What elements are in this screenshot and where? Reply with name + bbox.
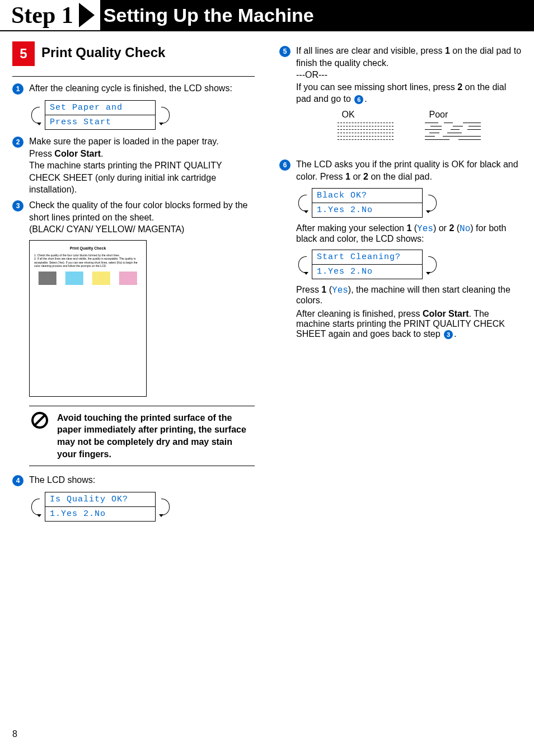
step-label: Step 1 <box>11 2 73 29</box>
section-number: 5 <box>12 41 35 66</box>
txt: (BLACK/ CYAN/ YELLOW/ MAGENTA) <box>29 224 184 234</box>
right-column: 5 If all lines are clear and visible, pr… <box>267 41 534 527</box>
step-5: 5 If all lines are clear and visible, pr… <box>279 45 522 105</box>
sheet-title: Print Quality Check <box>34 246 142 250</box>
mono: Yes <box>332 285 348 295</box>
txt: on the dial pad. <box>368 172 432 181</box>
sheet-text: 1. Check the quality of the four color b… <box>34 253 142 268</box>
lcd-cycle-right-icon <box>427 253 438 276</box>
step-3: 3 Check the quality of the four color bl… <box>12 199 255 236</box>
bold: 1 <box>406 223 411 233</box>
step-6: 6 The LCD asks you if the print quality … <box>279 158 522 182</box>
prohibit-icon <box>31 412 48 429</box>
circled-num-icon: 3 <box>12 200 24 212</box>
lcd-cycle-right-icon <box>160 495 171 519</box>
lcd-display-1: Set Paper and Press Start <box>29 100 255 130</box>
txt: Press <box>296 285 321 294</box>
circled-num-icon: 4 <box>12 475 24 486</box>
lcd-cycle-left-icon <box>29 495 40 519</box>
caution-box: Avoid touching the printed surface of th… <box>29 406 255 466</box>
txt: , the machine will then start cleaning t… <box>296 285 510 305</box>
txt: or <box>436 223 449 233</box>
content: 5 Print Quality Check 1 After the cleani… <box>0 31 534 527</box>
step-1: 1 After the cleaning cycle is finished, … <box>12 82 255 95</box>
circled-num-icon: 1 <box>12 83 24 95</box>
step-3-text: Check the quality of the four color bloc… <box>29 199 255 236</box>
lcd-line: 1.Yes 2.No <box>312 203 422 217</box>
lcd-line: 1.Yes 2.No <box>45 506 155 521</box>
bold: 1 <box>321 285 326 294</box>
txt: . <box>101 149 103 158</box>
mono: No <box>460 224 470 234</box>
swatch-yellow <box>92 271 110 285</box>
txt: . <box>454 329 456 339</box>
after-selection-text: After making your selection 1 (Yes) or 2… <box>296 223 522 244</box>
txt: ---OR--- <box>296 70 327 79</box>
lcd-cycle-left-icon <box>296 253 307 276</box>
bold: 2 <box>363 172 368 181</box>
swatch-black <box>39 271 57 285</box>
lcd-display-6a: Black OK? 1.Yes 2.No <box>296 188 522 218</box>
lcd-line: 1.Yes 2.No <box>312 264 422 279</box>
txt: Press <box>29 149 54 158</box>
okpoor-poor: Poor <box>425 110 481 153</box>
lcd-box: Is Quality OK? 1.Yes 2.No <box>45 492 156 522</box>
txt: After cleaning is finished, press <box>296 309 423 318</box>
lcd-cycle-right-icon <box>427 191 438 215</box>
txt: 2. If all the short lines are clear and … <box>34 257 138 267</box>
lcd-line: Black OK? <box>312 189 422 203</box>
step-6-text: The LCD asks you if the print quality is… <box>296 158 522 182</box>
bold: Color Start <box>423 309 469 318</box>
okpoor-row: OK Poor <box>296 110 522 153</box>
step-2: 2 Make sure the paper is loaded in the p… <box>12 135 255 196</box>
lcd-line: Is Quality OK? <box>45 492 155 506</box>
mono: Yes <box>417 224 433 234</box>
quality-check-sheet: Print Quality Check 1. Check the quality… <box>29 240 147 397</box>
okpoor-ok: OK <box>338 110 394 153</box>
ok-label: OK <box>342 110 394 120</box>
txt: If you can see missing short lines, pres… <box>296 82 457 92</box>
txt: 1. Check the quality of the four color b… <box>34 253 120 257</box>
lcd-cycle-left-icon <box>29 104 40 127</box>
lcd-cycle-left-icon <box>296 191 307 215</box>
left-column: 5 Print Quality Check 1 After the cleani… <box>0 41 267 527</box>
header-title: Setting Up the Machine <box>100 0 534 30</box>
txt: . <box>364 94 367 104</box>
txt: Check the quality of the four color bloc… <box>29 200 247 222</box>
page-number: 8 <box>12 729 17 739</box>
section-title: Print Quality Check <box>41 41 165 60</box>
lcd-cycle-right-icon <box>160 104 171 127</box>
ok-lines-graphic <box>338 123 394 153</box>
step-4: 4 The LCD shows: <box>12 474 255 486</box>
step-2-text: Make sure the paper is loaded in the pap… <box>29 135 255 196</box>
txt: Make sure the paper is loaded in the pap… <box>29 137 219 146</box>
poor-label: Poor <box>429 110 481 120</box>
lcd-line: Press Start <box>45 115 155 129</box>
poor-lines-graphic <box>425 123 481 153</box>
circled-num-inline-icon: 3 <box>444 330 453 339</box>
step-5-text: If all lines are clear and visible, pres… <box>296 45 522 105</box>
circled-num-inline-icon: 6 <box>354 95 363 104</box>
bold: 1 <box>445 46 450 55</box>
section-head: 5 Print Quality Check <box>12 41 255 77</box>
step-4-text: The LCD shows: <box>29 474 255 486</box>
swatches <box>34 271 142 285</box>
lcd-line: Start Cleaning? <box>312 250 422 264</box>
lcd-box: Black OK? 1.Yes 2.No <box>312 188 423 218</box>
swatch-magenta <box>119 271 137 285</box>
circled-num-icon: 6 <box>279 159 291 171</box>
press-1-text: Press 1 (Yes), the machine will then sta… <box>296 285 522 306</box>
step-1-text: After the cleaning cycle is finished, th… <box>29 82 255 95</box>
bold: 2 <box>457 82 462 92</box>
lcd-line: Set Paper and <box>45 101 155 115</box>
txt: or <box>350 172 363 181</box>
txt: The machine starts printing the PRINT QU… <box>29 161 222 194</box>
lcd-display-6b: Start Cleaning? 1.Yes 2.No <box>296 250 522 279</box>
lcd-display-4: Is Quality OK? 1.Yes 2.No <box>29 492 255 522</box>
circled-num-icon: 5 <box>279 46 291 57</box>
lcd-box: Set Paper and Press Start <box>45 100 156 130</box>
bold: Color Start <box>54 149 101 158</box>
chevron-icon <box>79 3 95 27</box>
after-cleaning-text: After cleaning is finished, press Color … <box>296 309 522 339</box>
swatch-cyan <box>65 271 83 285</box>
